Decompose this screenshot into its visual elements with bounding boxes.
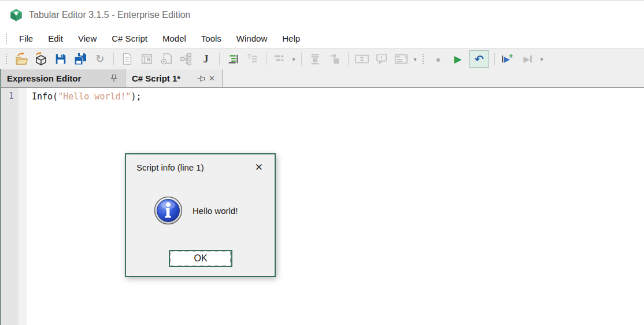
deploy-page-button[interactable] xyxy=(158,51,175,67)
gutter-margin xyxy=(18,88,27,325)
menu-tools[interactable]: Tools xyxy=(194,31,229,46)
run-continue-bar-icon xyxy=(530,56,532,62)
ok-button-label: OK xyxy=(194,253,207,264)
unpin-icon[interactable] xyxy=(197,75,205,83)
run-icon: ▶ xyxy=(454,53,461,65)
menu-help[interactable]: Help xyxy=(275,31,308,46)
run-new-bar-icon xyxy=(502,56,503,62)
csharp-script-button[interactable]: J xyxy=(198,51,214,67)
menu-bar: File Edit View C# Script Model Tools Win… xyxy=(0,29,644,48)
app-logo-icon xyxy=(9,8,23,22)
tab-expression-editor[interactable]: Expression Editor xyxy=(0,69,125,87)
code-editor[interactable]: 1 Info("Hello world!"); xyxy=(0,88,644,325)
title-bar: Tabular Editor 3.1.5 - Enterprise Editio… xyxy=(0,1,644,29)
ok-button[interactable]: OK xyxy=(169,250,232,267)
message-bubble-button[interactable] xyxy=(373,51,390,67)
script-info-dialog: Script info (line 1) ✕ xyxy=(125,153,276,277)
panel-left-accent xyxy=(0,69,1,325)
code-function-token: Info( xyxy=(32,91,58,102)
code-end-token: ); xyxy=(131,91,142,102)
run-script-button[interactable]: ▶ xyxy=(450,51,466,67)
menu-model[interactable]: Model xyxy=(155,31,194,46)
code-string-token: "Hello world!" xyxy=(58,91,131,102)
menu-file[interactable]: File xyxy=(12,31,40,46)
text-box-button[interactable] xyxy=(354,51,370,67)
expression-editor-label: Expression Editor xyxy=(7,73,109,83)
line-number-gutter: 1 xyxy=(0,88,18,325)
open-model-button[interactable] xyxy=(33,51,49,67)
record-icon: ● xyxy=(435,54,441,64)
insert-section-button[interactable] xyxy=(307,51,323,67)
goto-target-icon xyxy=(328,53,341,65)
dialog-body: Hello world! xyxy=(126,196,275,225)
toolbar-separator xyxy=(266,53,267,65)
tab-close-icon[interactable]: ✕ xyxy=(206,73,217,84)
layout-picker-icon xyxy=(273,53,287,65)
refresh-button[interactable]: ↻ xyxy=(92,51,108,67)
list-box-button[interactable] xyxy=(393,51,409,67)
undo-button[interactable]: ↶ xyxy=(469,50,489,68)
save-icon xyxy=(54,53,67,65)
hierarchy-button[interactable] xyxy=(178,51,194,67)
layout-picker-button[interactable] xyxy=(272,51,288,67)
toolbar-separator xyxy=(219,53,220,65)
svg-text:?: ? xyxy=(247,53,251,60)
record-macro-button[interactable]: ● xyxy=(430,51,446,67)
toolbar-drag-handle-2[interactable] xyxy=(423,54,425,64)
open-model-cube-icon xyxy=(34,52,48,66)
menu-edit[interactable]: Edit xyxy=(40,31,71,46)
message-bubble-icon xyxy=(375,53,388,65)
line-number: 1 xyxy=(0,91,14,101)
import-table-button[interactable] xyxy=(139,51,155,67)
goto-target-button[interactable] xyxy=(327,51,343,67)
tab-row: Expression Editor C# Script 1* ✕ xyxy=(0,69,644,88)
run-continue-play-icon: ▶ xyxy=(524,54,530,64)
dialog-close-icon[interactable]: ✕ xyxy=(251,160,267,175)
window-title: Tabular Editor 3.1.5 - Enterprise Editio… xyxy=(29,10,190,20)
undo-icon: ↶ xyxy=(475,53,484,66)
layout-picker-caret-icon[interactable]: ▾ xyxy=(290,56,298,62)
menu-window[interactable]: Window xyxy=(229,31,275,46)
comment-lines-button[interactable]: ? xyxy=(245,51,261,67)
pin-icon[interactable] xyxy=(110,74,118,83)
toolbar-separator xyxy=(348,53,349,65)
app-window: Tabular Editor 3.1.5 - Enterprise Editio… xyxy=(0,0,644,325)
toolbar-separator xyxy=(301,53,302,65)
toolbar-separator xyxy=(494,53,495,65)
dialog-title-bar[interactable]: Script info (line 1) ✕ xyxy=(126,154,275,180)
refresh-icon: ↻ xyxy=(95,53,104,65)
format-document-icon xyxy=(227,53,239,65)
menu-drag-handle[interactable] xyxy=(6,34,8,44)
save-all-button[interactable] xyxy=(72,51,88,67)
text-box-icon xyxy=(354,53,369,65)
run-continue-button[interactable]: ▶ xyxy=(520,51,536,67)
toolbar: ↻ xyxy=(0,48,644,69)
new-document-icon xyxy=(121,53,133,65)
open-file-button[interactable] xyxy=(13,51,29,67)
menu-csharp-script[interactable]: C# Script xyxy=(104,31,155,46)
save-all-icon xyxy=(73,52,87,66)
list-box-caret-icon[interactable]: ▾ xyxy=(411,56,419,62)
run-new-script-button[interactable]: ▶ + xyxy=(500,51,516,67)
dialog-title: Script info (line 1) xyxy=(136,162,251,172)
code-area[interactable]: Info("Hello world!"); xyxy=(27,88,644,325)
csharp-script-icon: J xyxy=(203,53,209,65)
code-line-1[interactable]: Info("Hello world!"); xyxy=(32,91,644,103)
list-box-icon xyxy=(394,53,408,65)
import-table-icon xyxy=(140,53,153,65)
hierarchy-icon xyxy=(179,53,193,65)
save-button[interactable] xyxy=(53,51,69,67)
tab-csharp-script-1[interactable]: C# Script 1* ✕ xyxy=(125,69,223,87)
open-file-icon xyxy=(14,52,28,66)
csharp-script-tab-label: C# Script 1* xyxy=(132,73,195,83)
insert-section-icon xyxy=(309,53,321,65)
format-document-button[interactable] xyxy=(225,51,241,67)
menu-view[interactable]: View xyxy=(71,31,104,46)
deploy-page-icon xyxy=(160,53,173,65)
dialog-message: Hello world! xyxy=(193,206,238,216)
toolbar-separator xyxy=(113,53,114,65)
run-continue-caret-icon[interactable]: ▾ xyxy=(538,56,546,62)
toolbar-drag-handle[interactable] xyxy=(6,54,8,64)
run-new-plus-icon: + xyxy=(509,51,513,60)
new-document-button[interactable] xyxy=(119,51,135,67)
